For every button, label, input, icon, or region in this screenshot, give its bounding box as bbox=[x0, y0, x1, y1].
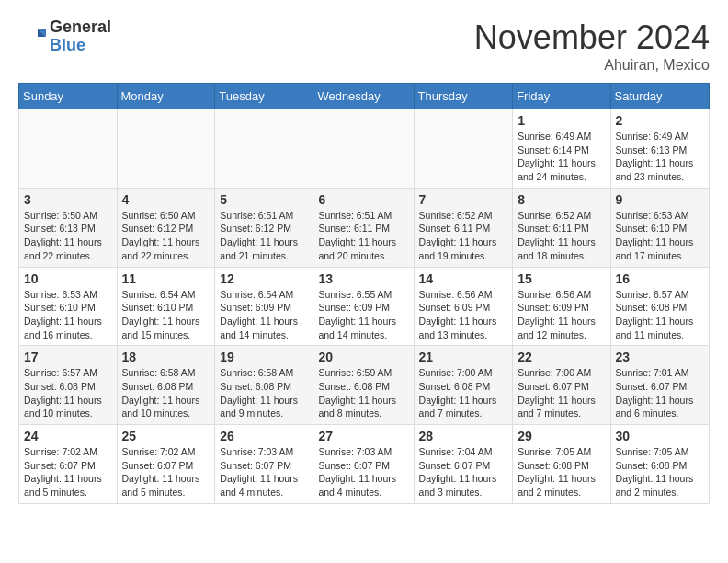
weekday-header-thursday: Thursday bbox=[414, 84, 513, 109]
day-number: 2 bbox=[616, 113, 704, 128]
day-info: Sunrise: 6:53 AM Sunset: 6:10 PM Dayligh… bbox=[24, 288, 112, 342]
calendar-cell: 13Sunrise: 6:55 AM Sunset: 6:09 PM Dayli… bbox=[313, 267, 414, 346]
day-number: 25 bbox=[122, 429, 210, 443]
day-info: Sunrise: 6:50 AM Sunset: 6:12 PM Dayligh… bbox=[122, 209, 210, 263]
day-number: 29 bbox=[518, 429, 605, 443]
calendar-cell: 8Sunrise: 6:52 AM Sunset: 6:11 PM Daylig… bbox=[513, 188, 610, 267]
day-number: 22 bbox=[518, 350, 605, 364]
calendar-cell: 28Sunrise: 7:04 AM Sunset: 6:07 PM Dayli… bbox=[414, 425, 513, 504]
day-number: 4 bbox=[122, 192, 210, 207]
day-number: 16 bbox=[616, 271, 704, 286]
day-number: 7 bbox=[419, 192, 508, 207]
calendar-cell bbox=[117, 109, 215, 189]
calendar-cell bbox=[414, 109, 513, 189]
calendar-cell: 21Sunrise: 7:00 AM Sunset: 6:08 PM Dayli… bbox=[414, 346, 513, 425]
calendar-cell bbox=[215, 109, 313, 189]
day-info: Sunrise: 6:53 AM Sunset: 6:10 PM Dayligh… bbox=[616, 209, 704, 263]
calendar-cell: 7Sunrise: 6:52 AM Sunset: 6:11 PM Daylig… bbox=[414, 188, 513, 267]
logo-icon bbox=[18, 23, 46, 51]
calendar-cell: 5Sunrise: 6:51 AM Sunset: 6:12 PM Daylig… bbox=[215, 188, 313, 267]
day-number: 24 bbox=[24, 429, 112, 443]
calendar-cell: 18Sunrise: 6:58 AM Sunset: 6:08 PM Dayli… bbox=[117, 346, 215, 425]
calendar-cell: 3Sunrise: 6:50 AM Sunset: 6:13 PM Daylig… bbox=[19, 188, 118, 267]
calendar-cell: 15Sunrise: 6:56 AM Sunset: 6:09 PM Dayli… bbox=[513, 267, 610, 346]
day-info: Sunrise: 7:05 AM Sunset: 6:08 PM Dayligh… bbox=[616, 445, 704, 500]
day-info: Sunrise: 7:01 AM Sunset: 6:07 PM Dayligh… bbox=[616, 366, 704, 420]
day-info: Sunrise: 6:54 AM Sunset: 6:10 PM Dayligh… bbox=[122, 288, 210, 342]
day-info: Sunrise: 6:52 AM Sunset: 6:11 PM Dayligh… bbox=[419, 209, 508, 263]
day-number: 21 bbox=[419, 350, 508, 364]
day-info: Sunrise: 7:04 AM Sunset: 6:07 PM Dayligh… bbox=[419, 445, 508, 500]
day-info: Sunrise: 7:00 AM Sunset: 6:08 PM Dayligh… bbox=[419, 366, 508, 420]
day-number: 15 bbox=[518, 271, 605, 286]
day-info: Sunrise: 6:56 AM Sunset: 6:09 PM Dayligh… bbox=[419, 288, 508, 342]
day-number: 28 bbox=[419, 429, 508, 443]
day-info: Sunrise: 6:55 AM Sunset: 6:09 PM Dayligh… bbox=[318, 288, 408, 342]
calendar-cell bbox=[313, 109, 414, 189]
calendar-cell: 14Sunrise: 6:56 AM Sunset: 6:09 PM Dayli… bbox=[414, 267, 513, 346]
weekday-header-friday: Friday bbox=[513, 84, 610, 109]
day-info: Sunrise: 7:00 AM Sunset: 6:07 PM Dayligh… bbox=[518, 366, 605, 420]
day-number: 30 bbox=[616, 429, 704, 443]
day-info: Sunrise: 6:52 AM Sunset: 6:11 PM Dayligh… bbox=[518, 209, 605, 263]
day-number: 19 bbox=[220, 350, 308, 364]
week-row-2: 3Sunrise: 6:50 AM Sunset: 6:13 PM Daylig… bbox=[19, 188, 710, 267]
calendar-cell: 1Sunrise: 6:49 AM Sunset: 6:14 PM Daylig… bbox=[513, 109, 610, 189]
week-row-1: 1Sunrise: 6:49 AM Sunset: 6:14 PM Daylig… bbox=[19, 109, 710, 189]
day-number: 18 bbox=[122, 350, 210, 364]
calendar-cell bbox=[19, 109, 118, 189]
calendar-cell: 9Sunrise: 6:53 AM Sunset: 6:10 PM Daylig… bbox=[610, 188, 709, 267]
title-section: November 2024 Ahuiran, Mexico bbox=[474, 18, 710, 74]
month-title: November 2024 bbox=[474, 18, 710, 57]
day-info: Sunrise: 6:49 AM Sunset: 6:13 PM Dayligh… bbox=[616, 130, 704, 184]
calendar-cell: 29Sunrise: 7:05 AM Sunset: 6:08 PM Dayli… bbox=[513, 425, 610, 504]
day-number: 23 bbox=[616, 350, 704, 364]
day-number: 17 bbox=[24, 350, 112, 364]
weekday-header-sunday: Sunday bbox=[19, 84, 118, 109]
logo-text: General Blue bbox=[50, 18, 111, 55]
day-info: Sunrise: 6:58 AM Sunset: 6:08 PM Dayligh… bbox=[220, 366, 308, 420]
logo-general: General bbox=[50, 17, 111, 36]
day-info: Sunrise: 7:02 AM Sunset: 6:07 PM Dayligh… bbox=[24, 445, 112, 500]
day-info: Sunrise: 6:51 AM Sunset: 6:12 PM Dayligh… bbox=[220, 209, 308, 263]
day-number: 3 bbox=[24, 192, 112, 207]
day-info: Sunrise: 6:57 AM Sunset: 6:08 PM Dayligh… bbox=[24, 366, 112, 420]
calendar-cell: 30Sunrise: 7:05 AM Sunset: 6:08 PM Dayli… bbox=[610, 425, 709, 504]
weekday-header-row: SundayMondayTuesdayWednesdayThursdayFrid… bbox=[19, 84, 710, 109]
day-info: Sunrise: 6:58 AM Sunset: 6:08 PM Dayligh… bbox=[122, 366, 210, 420]
day-info: Sunrise: 6:49 AM Sunset: 6:14 PM Dayligh… bbox=[518, 130, 605, 184]
location-title: Ahuiran, Mexico bbox=[474, 57, 710, 74]
week-row-5: 24Sunrise: 7:02 AM Sunset: 6:07 PM Dayli… bbox=[19, 425, 710, 504]
day-number: 13 bbox=[318, 271, 408, 286]
day-info: Sunrise: 6:54 AM Sunset: 6:09 PM Dayligh… bbox=[220, 288, 308, 342]
weekday-header-wednesday: Wednesday bbox=[313, 84, 414, 109]
day-number: 10 bbox=[24, 271, 112, 286]
day-info: Sunrise: 6:51 AM Sunset: 6:11 PM Dayligh… bbox=[318, 209, 408, 263]
calendar-cell: 17Sunrise: 6:57 AM Sunset: 6:08 PM Dayli… bbox=[19, 346, 118, 425]
weekday-header-tuesday: Tuesday bbox=[215, 84, 313, 109]
calendar-cell: 2Sunrise: 6:49 AM Sunset: 6:13 PM Daylig… bbox=[610, 109, 709, 189]
day-number: 26 bbox=[220, 429, 308, 443]
day-info: Sunrise: 7:02 AM Sunset: 6:07 PM Dayligh… bbox=[122, 445, 210, 500]
calendar-cell: 11Sunrise: 6:54 AM Sunset: 6:10 PM Dayli… bbox=[117, 267, 215, 346]
day-info: Sunrise: 6:50 AM Sunset: 6:13 PM Dayligh… bbox=[24, 209, 112, 263]
calendar-cell: 10Sunrise: 6:53 AM Sunset: 6:10 PM Dayli… bbox=[19, 267, 118, 346]
calendar-cell: 16Sunrise: 6:57 AM Sunset: 6:08 PM Dayli… bbox=[610, 267, 709, 346]
day-info: Sunrise: 6:59 AM Sunset: 6:08 PM Dayligh… bbox=[318, 366, 408, 420]
calendar-cell: 6Sunrise: 6:51 AM Sunset: 6:11 PM Daylig… bbox=[313, 188, 414, 267]
calendar-cell: 26Sunrise: 7:03 AM Sunset: 6:07 PM Dayli… bbox=[215, 425, 313, 504]
calendar-cell: 27Sunrise: 7:03 AM Sunset: 6:07 PM Dayli… bbox=[313, 425, 414, 504]
day-info: Sunrise: 7:05 AM Sunset: 6:08 PM Dayligh… bbox=[518, 445, 605, 500]
day-number: 9 bbox=[616, 192, 704, 207]
weekday-header-monday: Monday bbox=[117, 84, 215, 109]
day-info: Sunrise: 7:03 AM Sunset: 6:07 PM Dayligh… bbox=[220, 445, 308, 500]
day-number: 5 bbox=[220, 192, 308, 207]
calendar-cell: 23Sunrise: 7:01 AM Sunset: 6:07 PM Dayli… bbox=[610, 346, 709, 425]
calendar-cell: 12Sunrise: 6:54 AM Sunset: 6:09 PM Dayli… bbox=[215, 267, 313, 346]
day-number: 14 bbox=[419, 271, 508, 286]
calendar-table: SundayMondayTuesdayWednesdayThursdayFrid… bbox=[18, 83, 710, 504]
logo: General Blue bbox=[18, 18, 111, 55]
day-number: 1 bbox=[518, 113, 605, 128]
day-number: 12 bbox=[220, 271, 308, 286]
calendar-cell: 19Sunrise: 6:58 AM Sunset: 6:08 PM Dayli… bbox=[215, 346, 313, 425]
